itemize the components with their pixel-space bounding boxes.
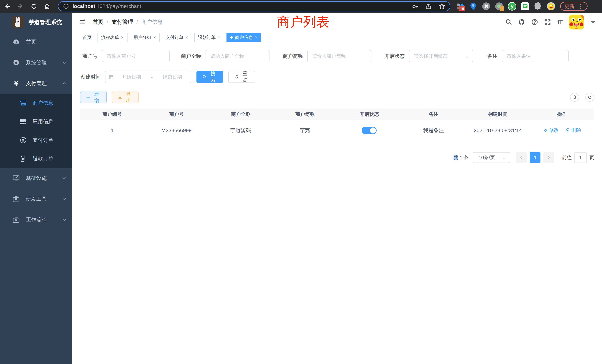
- logo-row[interactable]: 芋道管理系统: [0, 13, 72, 32]
- close-icon[interactable]: ✕: [218, 35, 221, 40]
- avatar[interactable]: [569, 15, 584, 30]
- extension-bar: 10 ⌘ 1 y: [456, 2, 555, 11]
- prev-page-button[interactable]: [516, 152, 527, 163]
- short-name-input[interactable]: [307, 50, 371, 62]
- sidebar-item-refund-order[interactable]: 退款订单: [0, 149, 72, 168]
- pay-submenu: 商户信息 应用信息 支付订单: [0, 94, 72, 168]
- header-search-icon[interactable]: [506, 19, 512, 25]
- plus-icon: [86, 95, 90, 100]
- goto-label: 前往: [562, 154, 572, 161]
- sidebar-item-pay-order[interactable]: 支付订单: [0, 131, 72, 149]
- avatar-caret-icon[interactable]: [591, 21, 595, 23]
- search-button[interactable]: 搜索: [196, 71, 223, 83]
- edit-link[interactable]: 修改: [543, 127, 559, 133]
- tab-process-form[interactable]: 流程表单 ✕: [97, 33, 128, 42]
- fullscreen-icon[interactable]: [545, 19, 551, 25]
- extension-emoji-icon[interactable]: [547, 2, 555, 11]
- extension-blocks-icon[interactable]: 10: [456, 2, 464, 11]
- tab-label: 退款订单: [198, 34, 216, 40]
- tab-home[interactable]: 首页: [79, 33, 95, 42]
- sidebar-item-home[interactable]: 首页: [0, 32, 72, 52]
- font-size-icon[interactable]: tT: [558, 19, 562, 26]
- full-name-input[interactable]: [205, 50, 269, 62]
- reload-icon[interactable]: [31, 3, 37, 10]
- sidebar-item-system[interactable]: 系统管理: [0, 52, 72, 73]
- tab-pay-order[interactable]: 支付订单 ✕: [162, 33, 192, 42]
- chevron-down-icon: ⌄: [502, 155, 506, 161]
- back-icon[interactable]: [4, 3, 10, 10]
- password-key-icon[interactable]: [412, 3, 418, 9]
- add-button-label: 新增: [93, 91, 101, 104]
- chevron-down-icon: [62, 217, 67, 222]
- close-icon[interactable]: ✕: [185, 35, 188, 40]
- breadcrumb-home[interactable]: 首页: [93, 18, 103, 26]
- forward-icon[interactable]: [17, 3, 24, 10]
- sidebar-item-label: 首页: [26, 38, 36, 45]
- browser-menu-icon[interactable]: ⋮: [578, 3, 583, 10]
- current-page-button[interactable]: 1: [530, 152, 540, 163]
- merchant-no-input[interactable]: [102, 50, 170, 62]
- sidebar-item-infra[interactable]: 基础设施: [0, 168, 72, 189]
- close-icon[interactable]: ✕: [255, 35, 258, 40]
- logo-avatar: [12, 16, 24, 28]
- close-icon[interactable]: ✕: [121, 35, 124, 40]
- url-bar[interactable]: localhost:1024/pay/merchant: [58, 1, 450, 11]
- reset-button[interactable]: 重置: [228, 71, 255, 83]
- browser-update-button[interactable]: 更新 ⋮: [560, 2, 588, 11]
- breadcrumb-pay[interactable]: 支付管理: [112, 18, 133, 26]
- sidebar-item-label: 研发工具: [26, 195, 47, 203]
- bookmark-star-icon[interactable]: [439, 3, 445, 10]
- sidebar-item-app-info[interactable]: 应用信息: [0, 112, 72, 131]
- extension-puzzle-icon[interactable]: [534, 2, 542, 11]
- close-icon[interactable]: ✕: [153, 35, 156, 40]
- cell-remark: 我是备注: [401, 120, 466, 141]
- calendar-icon: [109, 75, 114, 79]
- cmd-glyph: ⌘: [482, 2, 490, 10]
- tab-refund-order[interactable]: 退款订单 ✕: [194, 33, 224, 42]
- sidebar-item-workflow[interactable]: 工作流程: [0, 209, 72, 230]
- extension-cmd-icon[interactable]: ⌘: [482, 2, 490, 11]
- delete-link[interactable]: 删除: [566, 127, 581, 133]
- status-select[interactable]: 请选择开启状态 ⌄: [409, 50, 473, 62]
- screen: localhost:1024/pay/merchant 10: [0, 0, 602, 364]
- sidebar-item-devtools[interactable]: 研发工具: [0, 189, 72, 209]
- sidebar-item-label: 退款订单: [33, 155, 53, 162]
- tab-user-group[interactable]: 用户分组 ✕: [130, 33, 160, 42]
- yen-icon: ¥: [12, 79, 20, 87]
- refresh-table-button[interactable]: [585, 93, 594, 102]
- github-icon[interactable]: [519, 19, 525, 25]
- help-icon[interactable]: [532, 19, 538, 25]
- export-button[interactable]: 导出: [112, 92, 139, 103]
- full-name-label: 商户全称: [174, 53, 205, 60]
- search-button-label: 搜索: [209, 70, 217, 83]
- remark-input[interactable]: [502, 50, 569, 62]
- sidebar-item-merchant-info[interactable]: 商户信息: [0, 94, 72, 112]
- breadcrumb-current: 商户信息: [141, 18, 163, 26]
- goto-page-input[interactable]: [574, 152, 587, 163]
- sidebar-fold-icon[interactable]: [79, 19, 86, 25]
- add-button[interactable]: 新增: [80, 92, 107, 103]
- page-size-select[interactable]: 10条/页 ⌄: [473, 152, 510, 163]
- site-info-icon[interactable]: [63, 3, 69, 9]
- hide-search-button[interactable]: [570, 93, 579, 102]
- extension-pin-icon[interactable]: [469, 2, 477, 11]
- search-icon: [572, 95, 577, 99]
- sidebar-item-pay[interactable]: ¥ 支付管理: [0, 73, 72, 94]
- status-label: 开启状态: [378, 53, 409, 60]
- home-icon[interactable]: [44, 3, 50, 10]
- create-time-range-picker[interactable]: 开始日期 - 结束日期: [105, 71, 191, 83]
- cell-merchant-id: 1: [80, 120, 144, 141]
- extension-y-icon[interactable]: y: [508, 2, 516, 11]
- y-glyph: y: [508, 2, 516, 11]
- extension-stats-icon[interactable]: 1: [495, 2, 503, 11]
- share-icon[interactable]: [425, 3, 431, 9]
- monitor-chart-icon: [12, 174, 20, 182]
- extension-chat-icon[interactable]: [521, 2, 529, 11]
- next-page-button[interactable]: [543, 152, 554, 163]
- trash-icon: [566, 128, 570, 133]
- pagination: 共 1 条 10条/页 ⌄ 1 前往 页: [80, 152, 594, 163]
- end-date-placeholder: 结束日期: [157, 74, 188, 80]
- tab-merchant-info[interactable]: 商户信息 ✕: [226, 33, 261, 42]
- sidebar-item-label: 基础设施: [26, 175, 47, 182]
- status-toggle[interactable]: [362, 127, 377, 134]
